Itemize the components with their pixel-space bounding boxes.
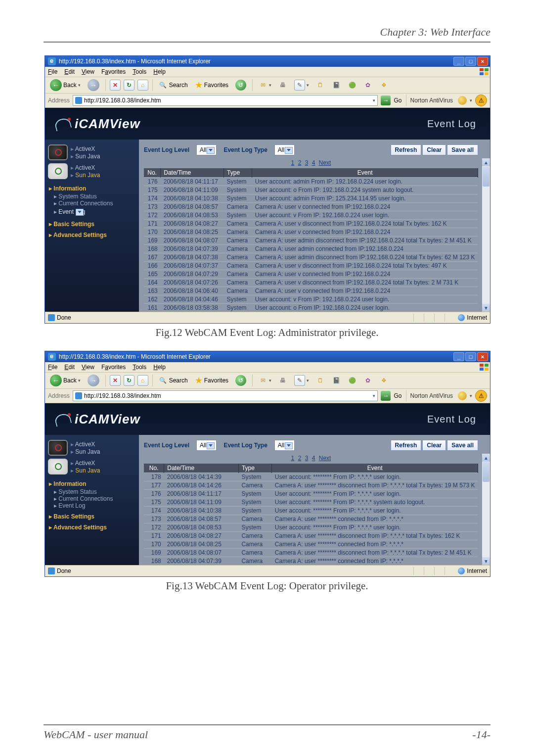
page-3[interactable]: 3	[305, 159, 309, 166]
history-button[interactable]: ↺	[233, 374, 248, 387]
sidebar-cam1-activex[interactable]: ActiveX	[71, 145, 100, 152]
mail-button[interactable]: ✉▾	[257, 375, 273, 386]
folder-button[interactable]: ❖	[377, 80, 390, 91]
minimize-button[interactable]: _	[453, 352, 464, 361]
mail-button[interactable]: ✉▾	[257, 80, 273, 91]
page-1[interactable]: 1	[291, 455, 295, 462]
back-button[interactable]: ←Back▾	[48, 78, 83, 92]
menu-bar[interactable]: File Edit View Favorites Tools Help	[45, 362, 490, 373]
page-4[interactable]: 4	[312, 455, 315, 462]
scroll-up-icon[interactable]: ▲	[482, 158, 490, 166]
refresh-button[interactable]: ↻	[124, 375, 134, 386]
go-button[interactable]: →	[381, 391, 391, 401]
page-3[interactable]: 3	[305, 455, 309, 462]
search-button[interactable]: 🔍Search	[157, 375, 190, 386]
close-button[interactable]: ×	[477, 57, 488, 66]
menu-help[interactable]: Help	[153, 68, 166, 75]
sidebar-advanced-settings[interactable]: Advanced Settings	[49, 524, 139, 531]
scrollbar[interactable]: ▲ ▼	[482, 454, 490, 565]
menu-tools[interactable]: Tools	[133, 68, 146, 75]
type-select[interactable]: All	[274, 144, 295, 155]
forward-button[interactable]: →	[86, 78, 101, 92]
sidebar-information[interactable]: Information	[49, 480, 139, 487]
sidebar-cam2-sunjava[interactable]: Sun Java	[71, 467, 100, 474]
menu-file[interactable]: File	[48, 364, 57, 371]
level-select[interactable]: All	[196, 440, 217, 451]
research-button[interactable]: 📓	[330, 375, 343, 386]
messenger-button[interactable]: 🟢	[346, 375, 358, 386]
chevron-down-icon[interactable]: ▾	[373, 393, 375, 398]
refresh-button[interactable]: Refresh	[391, 440, 422, 451]
refresh-button[interactable]: Refresh	[391, 144, 422, 155]
sidebar-information[interactable]: Information	[49, 185, 139, 192]
sidebar-basic-settings[interactable]: Basic Settings	[49, 513, 139, 520]
menu-view[interactable]: View	[82, 364, 94, 371]
threat-icon[interactable]: ⚠	[475, 390, 487, 402]
discuss-button[interactable]: 🗒	[314, 80, 327, 91]
scroll-down-icon[interactable]: ▼	[482, 557, 490, 565]
sidebar-basic-settings[interactable]: Basic Settings	[49, 221, 139, 228]
menu-view[interactable]: View	[82, 68, 94, 75]
sidebar-cam2-activex[interactable]: ActiveX	[71, 164, 100, 171]
scroll-up-icon[interactable]: ▲	[482, 454, 490, 462]
scroll-thumb[interactable]	[483, 462, 490, 482]
threat-icon[interactable]: ⚠	[475, 94, 487, 106]
sidebar-event-log[interactable]: ▸ Event Log	[54, 502, 139, 509]
messenger-button[interactable]: 🟢	[346, 80, 358, 91]
search-button[interactable]: 🔍Search	[157, 80, 190, 91]
col-type[interactable]: Type	[238, 464, 271, 473]
sidebar-cam2-sunjava[interactable]: Sun Java	[71, 172, 100, 179]
favorites-button[interactable]: ★Favorites	[193, 374, 230, 387]
page-2[interactable]: 2	[298, 455, 302, 462]
page-next[interactable]: Next	[319, 455, 331, 462]
print-button[interactable]: 🖶	[276, 80, 289, 91]
security-zone[interactable]: Internet	[458, 314, 487, 321]
menu-favorites[interactable]: Favorites	[101, 364, 126, 371]
sidebar-current-connections[interactable]: ▸ Current Connections	[54, 495, 139, 502]
sidebar-cam1-sunjava[interactable]: Sun Java	[71, 448, 100, 455]
stop-button[interactable]: ✕	[110, 375, 121, 386]
home-button[interactable]: ⌂	[137, 375, 148, 386]
col-event[interactable]: Event	[252, 168, 478, 178]
maximize-button[interactable]: □	[465, 57, 476, 66]
col-datetime[interactable]: Date/Time	[161, 168, 224, 178]
page-2[interactable]: 2	[298, 159, 302, 166]
page-next[interactable]: Next	[319, 159, 331, 166]
sidebar-system-status[interactable]: ▸ System Status	[54, 488, 139, 495]
menu-edit[interactable]: Edit	[64, 68, 75, 75]
edit-button[interactable]: ✎▾	[292, 79, 311, 92]
maximize-button[interactable]: □	[465, 352, 476, 361]
sidebar-system-status[interactable]: ▸ System Status	[54, 193, 139, 200]
gear-icon[interactable]: ✿	[361, 375, 374, 386]
favorites-button[interactable]: ★Favorites	[193, 79, 230, 92]
window-titlebar[interactable]: http://192.168.0.38/index.htm - Microsof…	[45, 351, 490, 362]
scroll-track[interactable]	[482, 482, 490, 557]
menu-bar[interactable]: File Edit View Favorites Tools Help	[45, 67, 490, 77]
edit-button[interactable]: ✎▾	[292, 374, 311, 387]
address-input[interactable]: http://192.168.0.38/index.htm▾	[73, 95, 378, 106]
window-titlebar[interactable]: http://192.168.0.38/index.htm - Microsof…	[45, 56, 490, 67]
address-input[interactable]: http://192.168.0.38/index.htm▾	[73, 390, 378, 401]
norton-icon[interactable]	[458, 391, 467, 400]
back-button[interactable]: ←Back▾	[48, 374, 83, 387]
menu-help[interactable]: Help	[153, 364, 166, 371]
menu-edit[interactable]: Edit	[64, 364, 75, 371]
sidebar-current-connections[interactable]: ▸ Current Connections	[54, 200, 139, 207]
menu-favorites[interactable]: Favorites	[101, 68, 126, 75]
refresh-button[interactable]: ↻	[124, 80, 134, 91]
level-select[interactable]: All	[196, 144, 217, 155]
clear-button[interactable]: Clear	[422, 440, 446, 451]
go-button[interactable]: →	[381, 95, 391, 105]
sidebar-advanced-settings[interactable]: Advanced Settings	[49, 232, 139, 238]
print-button[interactable]: 🖶	[276, 375, 289, 386]
security-zone[interactable]: Internet	[458, 567, 487, 574]
scroll-track[interactable]	[482, 187, 490, 304]
saveall-button[interactable]: Save all	[447, 440, 478, 451]
page-1[interactable]: 1	[291, 159, 295, 166]
norton-icon[interactable]	[458, 96, 467, 105]
sidebar-cam2-activex[interactable]: ActiveX	[71, 460, 100, 467]
research-button[interactable]: 📓	[330, 80, 343, 91]
folder-button[interactable]: ❖	[377, 375, 390, 386]
col-datetime[interactable]: Date/Time	[164, 464, 239, 473]
scroll-thumb[interactable]	[483, 167, 490, 187]
